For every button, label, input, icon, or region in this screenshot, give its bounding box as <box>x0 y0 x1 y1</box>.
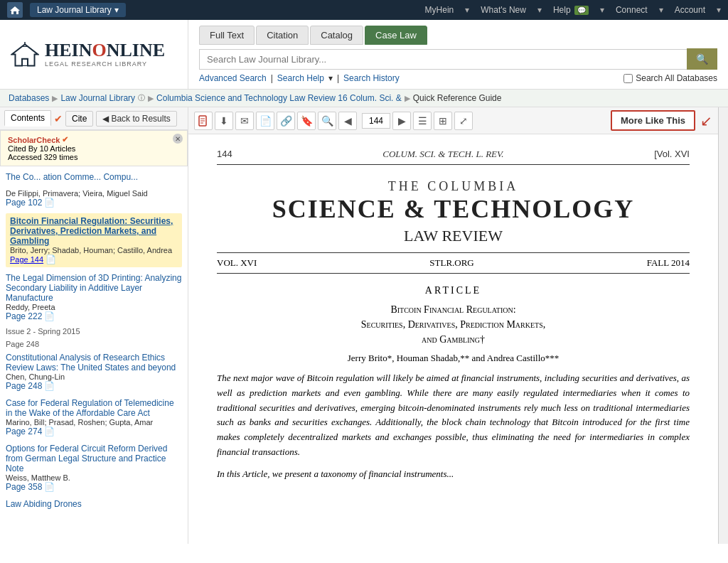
pdf-icon4: 📄 <box>44 381 55 391</box>
more-like-this-button[interactable]: More Like This <box>611 110 695 131</box>
advanced-search-link[interactable]: Advanced Search <box>199 73 267 83</box>
highlighted-authors: Brito, Jerry; Shadab, Houman; Castillo, … <box>10 246 178 254</box>
help-badge: 💬 <box>574 6 589 15</box>
content-wrapper: ⬇ ✉ 📄 🔗 🔖 🔍 ◀ ▶ ☰ ⊞ ⤢ More Like This ↙ <box>188 107 728 544</box>
scholar-check-popup: ✕ ScholarCheck ✔ Cited By 10 Articles Ac… <box>0 130 188 166</box>
breadcrumb-databases[interactable]: Databases <box>9 93 49 103</box>
article-3dprint-link[interactable]: The Legal Dimension of 3D Printing: Anal… <box>6 273 181 303</box>
svg-marker-1 <box>12 44 38 65</box>
highlighted-page-link[interactable]: Page 144 <box>10 255 43 264</box>
help-link[interactable]: Help 💬 <box>553 5 589 15</box>
page-link[interactable]: Page 102 <box>6 198 42 208</box>
journal-title-block: THE COLUMBIA SCIENCE & TECHNOLOGY LAW RE… <box>217 179 690 245</box>
pdf-view-icon[interactable] <box>194 112 213 130</box>
search-doc-icon[interactable]: 🔍 <box>318 112 336 130</box>
email-icon[interactable]: ✉ <box>235 112 254 130</box>
search-links: Advanced Search | Search Help ▾ | Search… <box>199 73 717 83</box>
telemedicine-page-link[interactable]: Page 274 <box>6 427 42 436</box>
list-item: Options for Federal Circuit Reform Deriv… <box>6 442 182 493</box>
constitutional-page: Page 248 📄 <box>6 381 182 391</box>
sidebar-toolbar: Contents ✔ Cite ◀ Back to Results <box>0 107 188 130</box>
cite-button[interactable]: Cite <box>65 111 93 127</box>
whats-new-link[interactable]: What's New <box>481 5 526 15</box>
myhein-link[interactable]: MyHein <box>425 5 454 15</box>
header-area: HEINONLINE LEGAL RESEARCH LIBRARY Full T… <box>0 20 728 90</box>
article-abstract-cont: In this Article, we present a taxonomy o… <box>217 467 690 482</box>
list-item-highlighted: Bitcoin Financial Regulation: Securities… <box>6 213 182 267</box>
back-to-results-button[interactable]: ◀ Back to Results <box>96 111 176 127</box>
tab-full-text[interactable]: Full Text <box>199 26 255 45</box>
account-link[interactable]: Account <box>675 5 705 15</box>
scholar-check-icon: ✔ <box>54 113 63 124</box>
logo-house-icon <box>11 42 39 67</box>
bookmark-icon[interactable]: 🔖 <box>297 112 316 130</box>
dropdown-arrow-icon4: ▾ <box>659 5 663 15</box>
tab-catalog[interactable]: Catalog <box>310 26 363 45</box>
download-icon[interactable]: ⬇ <box>215 112 233 130</box>
article-title-text: Bitcoin Financial Regulation:Securities,… <box>361 304 546 345</box>
page-number-input[interactable] <box>362 113 390 129</box>
highlighted-page: Page 144 📄 <box>10 254 178 264</box>
search-history-link[interactable]: Search History <box>343 73 400 83</box>
document-content: 144 COLUM. SCI. & TECH. L. REV. [Vol. XV… <box>188 134 718 544</box>
search-input[interactable] <box>199 49 687 70</box>
search-all-databases: Search All Databases <box>623 73 717 83</box>
dropdown-arrow-icon: ▾ <box>465 5 469 15</box>
sidebar-article-link[interactable]: The Co... ation Comme... Compu... <box>6 172 138 182</box>
search-button[interactable]: 🔍 <box>687 48 717 70</box>
pdf-icon5: 📄 <box>44 427 55 436</box>
search-help-link[interactable]: Search Help <box>277 73 324 83</box>
tab-case-law[interactable]: Case Law <box>365 26 427 45</box>
vol-full: VOL. XVI <box>217 257 257 269</box>
breadcrumb-journal[interactable]: Columbia Science and Technology Law Revi… <box>156 93 402 103</box>
highlighted-article-link[interactable]: Bitcoin Financial Regulation: Securities… <box>10 216 173 246</box>
doc-page-num: 144 <box>217 149 232 160</box>
grid-view-icon[interactable]: ⊞ <box>434 112 452 130</box>
dropdown-arrow-icon: ▾ <box>114 5 119 15</box>
scholar-checkmark-icon: ✔ <box>62 135 68 144</box>
contents-button[interactable]: Contents <box>4 110 51 127</box>
logo-text: HEINONLINE LEGAL RESEARCH LIBRARY <box>45 41 165 68</box>
section-divider: Issue 2 - Spring 2015 <box>6 327 182 336</box>
arrow-indicator: ↙ <box>700 112 712 129</box>
close-popup-button[interactable]: ✕ <box>173 134 183 144</box>
accessed-text: Accessed 329 times <box>8 153 180 161</box>
link-icon[interactable]: 🔗 <box>277 112 295 130</box>
cited-by-text: Cited By 10 Articles <box>8 144 180 153</box>
scroll-bar[interactable] <box>718 107 728 544</box>
constitutional-page-link[interactable]: Page 248 <box>6 381 42 391</box>
list-item: Case for Federal Regulation of Telemedic… <box>6 397 182 438</box>
telemedicine-authors: Marino, Bill; Prasad, Roshen; Gupta, Ama… <box>6 418 182 427</box>
drones-link[interactable]: Law Abiding Drones <box>6 499 82 509</box>
journal-season: FALL 2014 <box>647 257 690 269</box>
next-page-icon[interactable]: ▶ <box>392 112 411 130</box>
federal-circuit-authors: Weiss, Matthew B. <box>6 473 182 482</box>
page-link-3dprint[interactable]: Page 222 <box>6 311 42 321</box>
list-item: Law Abiding Drones <box>6 498 182 510</box>
tab-citation[interactable]: Citation <box>256 26 309 45</box>
article-section: ARTICLE <box>217 285 690 296</box>
hein-logo: HEINONLINE <box>45 41 165 60</box>
list-view-icon[interactable]: ☰ <box>413 112 432 130</box>
search-all-checkbox[interactable] <box>623 74 633 83</box>
library-dropdown[interactable]: Law Journal Library ▾ <box>30 3 126 17</box>
section-page-divider: Page 248 <box>6 340 182 348</box>
breadcrumb-current: Quick Reference Guide <box>413 93 502 103</box>
telemedicine-link[interactable]: Case for Federal Regulation of Telemedic… <box>6 398 174 418</box>
constitutional-link[interactable]: Constitutional Analysis of Research Ethi… <box>6 353 176 372</box>
fullscreen-icon[interactable]: ⤢ <box>454 112 473 130</box>
scholar-check-title: ScholarCheck ✔ <box>8 135 180 144</box>
document-icon[interactable]: 📄 <box>256 112 274 130</box>
doc-vol: [Vol. XVI <box>654 149 690 160</box>
svg-marker-0 <box>10 6 20 14</box>
breadcrumb-journal-library[interactable]: Law Journal Library <box>60 93 135 103</box>
search-input-row: 🔍 <box>199 48 717 70</box>
connect-link[interactable]: Connect <box>616 5 648 15</box>
home-icon[interactable] <box>7 2 23 18</box>
federal-circuit-page-link[interactable]: Page 358 <box>6 482 42 492</box>
prev-page-icon[interactable]: ◀ <box>338 112 357 130</box>
journal-title-sub: LAW REVIEW <box>217 227 690 245</box>
federal-circuit-link[interactable]: Options for Federal Circuit Reform Deriv… <box>6 444 167 473</box>
info-icon[interactable]: ⓘ <box>138 93 145 103</box>
federal-circuit-page: Page 358 📄 <box>6 482 182 492</box>
